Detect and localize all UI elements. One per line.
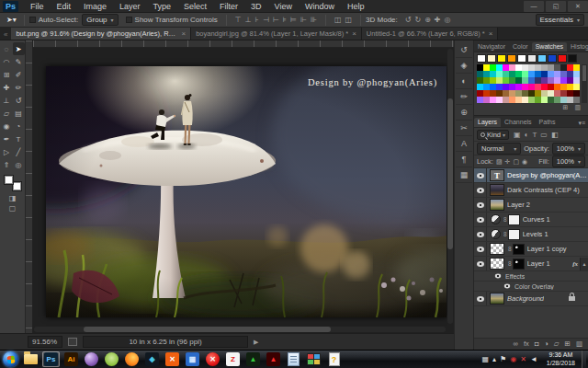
filter-type-icon[interactable]: ◐ (525, 131, 529, 139)
align-icon[interactable]: ⊥ (245, 16, 252, 24)
swatch[interactable] (483, 71, 490, 77)
swatch[interactable] (548, 90, 554, 97)
zoom-level-field[interactable]: 91.56% (28, 336, 62, 348)
update-tray-icon[interactable]: ◉ (510, 356, 516, 363)
3d-viewer[interactable]: ◈ (143, 351, 161, 367)
layer-thumbnail[interactable] (490, 258, 504, 270)
swatch[interactable] (554, 90, 560, 97)
tab-swatches[interactable]: Swatches (532, 42, 567, 52)
document-tab[interactable]: Untitled-1 @ 66.7% (Layer 6, RGB/8) *× (362, 28, 499, 40)
adjustment-icon[interactable] (491, 214, 501, 224)
tab-paths[interactable]: Paths (536, 118, 560, 127)
lock-icon[interactable]: ◉ (522, 158, 527, 166)
hidden-icons-chevron[interactable]: ▴ (492, 356, 496, 363)
swatches-scrollbar[interactable] (582, 64, 587, 103)
close-button[interactable]: ✕ (568, 1, 588, 12)
swatch[interactable] (528, 90, 535, 97)
swatch[interactable] (573, 90, 580, 97)
tab-color[interactable]: Color (509, 42, 532, 52)
horizontal-scrollbar[interactable] (34, 327, 446, 332)
menu-type[interactable]: Type (147, 2, 178, 11)
swatch[interactable] (503, 77, 509, 84)
lock-icon[interactable]: ▢ (513, 158, 519, 166)
menu-edit[interactable]: Edit (51, 2, 78, 11)
visibility-toggle[interactable] (474, 292, 487, 305)
swatch[interactable] (497, 54, 506, 63)
swatch[interactable] (522, 84, 528, 90)
align-icon[interactable]: ⊤ (235, 16, 242, 24)
swatch[interactable] (573, 71, 580, 77)
swatch[interactable] (522, 77, 528, 84)
notepad[interactable] (285, 351, 302, 367)
info-panel-icon[interactable]: ✂ (456, 121, 472, 136)
move-tool-preset-icon[interactable]: ➤▾ (4, 16, 19, 24)
align-icon[interactable]: ⊩ (300, 16, 307, 24)
swatch[interactable] (490, 90, 496, 97)
swatch[interactable] (483, 64, 490, 71)
lock-icon[interactable]: ▨ (496, 158, 503, 166)
filter-type-icon[interactable]: T (532, 131, 537, 139)
hand-tool[interactable]: ⇑ (1, 158, 13, 171)
layer-row[interactable]: 8Layer 1 copy (474, 242, 588, 257)
add-mask-icon[interactable]: ◘ (535, 340, 539, 348)
swatch[interactable] (515, 64, 522, 71)
swatch[interactable] (509, 90, 515, 97)
swatch[interactable] (541, 97, 548, 103)
visibility-toggle[interactable] (474, 213, 487, 226)
filter-type-icon[interactable]: ▣ (514, 131, 521, 139)
visibility-toggle[interactable] (474, 183, 487, 197)
eraser-tool[interactable]: ▱ (1, 107, 13, 120)
tab-channels[interactable]: Channels (501, 118, 536, 127)
swatch[interactable] (509, 64, 515, 71)
align-icon[interactable]: ⊨ (290, 16, 297, 24)
delete-swatch-icon[interactable]: ▥ (574, 104, 581, 110)
layer-mask-thumbnail[interactable] (508, 229, 520, 240)
visibility-toggle[interactable] (474, 168, 487, 182)
align-icon[interactable]: ⊣ (263, 16, 269, 24)
3d-mode-icon[interactable]: ⊕ (424, 16, 431, 24)
swatch[interactable] (496, 71, 503, 77)
distribute-icon[interactable]: ◫ (334, 16, 342, 24)
photoshop[interactable]: Ps (42, 351, 60, 367)
swatch[interactable] (490, 77, 496, 84)
swatch[interactable] (496, 90, 503, 97)
swatch[interactable] (522, 71, 528, 77)
swatch[interactable] (477, 84, 483, 90)
swatch[interactable] (568, 54, 577, 63)
swatch[interactable] (490, 97, 496, 103)
align-icon[interactable]: ⊪ (311, 16, 317, 24)
swatch[interactable] (535, 77, 541, 84)
swatch[interactable] (515, 71, 522, 77)
eye-icon[interactable] (495, 274, 501, 279)
photo-viewer[interactable] (305, 351, 322, 367)
swatch[interactable] (548, 71, 554, 77)
swatch[interactable] (507, 54, 516, 63)
swatch[interactable] (477, 97, 483, 103)
blend-mode-dropdown[interactable]: Normal ▾ (477, 143, 521, 155)
layer-mask-thumbnail[interactable] (508, 214, 520, 225)
swatch[interactable] (548, 84, 554, 90)
swatch[interactable] (496, 84, 503, 90)
restore-button[interactable]: ◱ (546, 1, 566, 12)
auto-select-dropdown[interactable]: Group ▾ (82, 14, 118, 26)
swatch[interactable] (503, 84, 509, 90)
swatch[interactable] (496, 64, 503, 71)
visibility-toggle[interactable] (474, 242, 487, 256)
layer-style-icon[interactable]: fx (524, 340, 529, 348)
history-panel-icon[interactable]: ↺ (456, 42, 472, 58)
tab-histogram[interactable]: Histogram (567, 42, 588, 52)
3d-mode-icon[interactable]: ↺ (405, 16, 412, 24)
mute-tray-icon[interactable]: ✕ (520, 356, 526, 363)
menu-file[interactable]: File (24, 2, 51, 11)
swatch[interactable] (477, 64, 483, 71)
swatch[interactable] (483, 77, 490, 84)
menu-3d[interactable]: 3D (244, 2, 268, 11)
action-center-flag-icon[interactable]: ⚑ (500, 356, 506, 363)
swatch[interactable] (541, 64, 548, 71)
character-panel-icon[interactable]: A (456, 136, 472, 152)
swatch[interactable] (477, 77, 483, 84)
layer-row[interactable]: 8Levels 1 (474, 227, 588, 242)
menu-help[interactable]: Help (341, 2, 371, 11)
swatch[interactable] (477, 90, 483, 97)
clone-stamp-tool[interactable]: ⊥ (1, 94, 13, 107)
